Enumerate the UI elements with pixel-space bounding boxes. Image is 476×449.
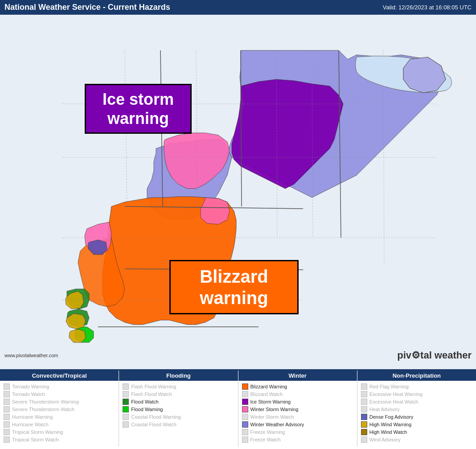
legend-swatch [4,383,10,390]
legend-swatch [123,414,129,420]
legend-swatch [242,429,248,435]
legend-item: Tropical Storm Warning [4,429,115,435]
legend-col-header: Flooding [119,371,238,381]
watermark-left: www.pivotalweather.com [4,353,58,358]
legend-item: Blizzard Warning [242,383,353,390]
legend-item: High Wind Warning [361,421,472,428]
legend-label: Winter Storm Watch [250,414,294,420]
svg-marker-14 [69,329,86,342]
legend-item: Wind Advisory [361,437,472,443]
legend-swatch [4,421,10,428]
legend-swatch [361,429,367,435]
legend-label: Blizzard Warning [250,384,287,389]
legend-item: Winter Storm Warning [242,406,353,412]
legend-item: Hurricane Warning [4,414,115,420]
legend-label: Tornado Warning [12,384,49,389]
legend-label: Tropical Storm Warning [12,429,63,435]
legend-headers: Convective/TropicalFloodingWinterNon-Pre… [0,371,476,381]
legend-item: Tornado Watch [4,391,115,397]
legend-swatch [4,437,10,443]
legend-label: Hurricane Watch [12,422,49,427]
legend-label: Hurricane Warning [12,414,53,420]
legend-col-header: Winter [238,371,357,381]
legend-label: Coastal Flood Watch [131,422,176,427]
legend-item: Flash Flood Warning [123,383,234,390]
valid-time: Valid: 12/26/2023 at 16:08:05 UTC [383,4,472,11]
legend-item: Severe Thunderstorm Watch [4,406,115,412]
legend-column: Blizzard WarningBlizzard WatchIce Storm … [238,381,357,447]
legend-item: Excessive Heat Warning [361,391,472,397]
svg-marker-8 [201,198,230,224]
legend-label: Freeze Warning [250,429,285,435]
legend-item: Coastal Flood Warning [123,414,234,420]
map-svg [0,15,476,369]
legend-label: Excessive Heat Watch [369,399,419,404]
legend-swatch [242,414,248,420]
legend-swatch [242,383,248,390]
legend-swatch [242,406,248,412]
legend-label: Freeze Watch [250,437,281,442]
legend-label: Heat Advisory [369,407,400,412]
legend-item: Ice Storm Warning [242,399,353,405]
legend-swatch [361,383,367,390]
legend-item: Coastal Flood Watch [123,421,234,428]
legend-label: High Wind Watch [369,429,407,435]
legend-column: Flash Flood WarningFlash Flood WatchFloo… [119,381,238,447]
legend-label: High Wind Warning [369,422,411,427]
legend-swatch [361,414,367,420]
legend-swatch [4,399,10,405]
legend-item: Freeze Watch [242,437,353,443]
legend-item: Severe Thunderstorm Warning [4,399,115,405]
legend-label: Severe Thunderstorm Watch [12,407,74,412]
legend-swatch [4,414,10,420]
legend-label: Red Flag Warning [369,384,409,389]
legend-swatch [242,437,248,443]
legend-swatch [4,429,10,435]
legend-col-header: Non-Precipitation [357,371,476,381]
legend-label: Winter Storm Warning [250,407,299,412]
legend-swatch [361,391,367,397]
legend-item: Flood Warning [123,406,234,412]
legend-item: Heat Advisory [361,406,472,412]
legend-swatch [123,399,129,405]
legend-swatch [4,391,10,397]
legend-label: Tornado Watch [12,391,45,397]
legend-swatch [123,391,129,397]
legend-swatch [123,383,129,390]
legend-swatch [4,406,10,412]
legend-swatch [361,406,367,412]
legend-item: Winter Weather Advisory [242,421,353,428]
ice-storm-annotation: Ice storm warning [85,84,192,134]
legend-swatch [361,437,367,443]
legend-column: Tornado WarningTornado WatchSevere Thund… [0,381,119,447]
legend-item: Flood Watch [123,399,234,405]
legend-label: Coastal Flood Warning [131,414,181,420]
legend-item: Tornado Warning [4,383,115,390]
legend-item: Tropical Storm Watch [4,437,115,443]
legend-item: Freeze Warning [242,429,353,435]
legend-item: Flash Flood Watch [123,391,234,397]
legend-column: Red Flag WarningExcessive Heat WarningEx… [357,381,476,447]
legend-item: High Wind Watch [361,429,472,435]
legend-item: Blizzard Watch [242,391,353,397]
legend-label: Flash Flood Watch [131,391,172,397]
legend-item: Dense Fog Advisory [361,414,472,420]
legend-label: Flood Watch [131,399,158,404]
legend-label: Severe Thunderstorm Warning [12,399,79,404]
legend-label: Dense Fog Advisory [369,414,413,420]
legend-body: Tornado WarningTornado WatchSevere Thund… [0,381,476,447]
legend-col-header: Convective/Tropical [0,371,119,381]
legend-swatch [242,391,248,397]
legend-label: Ice Storm Warning [250,399,291,404]
legend-label: Tropical Storm Watch [12,437,59,442]
legend-label: Blizzard Watch [250,391,283,397]
legend-label: Winter Weather Advisory [250,422,304,427]
legend-label: Flash Flood Warning [131,384,176,389]
legend-label: Excessive Heat Warning [369,391,423,397]
watermark-right: piv⚙tal weather [397,350,472,361]
legend-label: Flood Warning [131,407,163,412]
legend-item: Winter Storm Watch [242,414,353,420]
page-title: National Weather Service - Current Hazar… [4,3,170,12]
legend-swatch [242,421,248,428]
legend-label: Wind Advisory [369,437,401,442]
